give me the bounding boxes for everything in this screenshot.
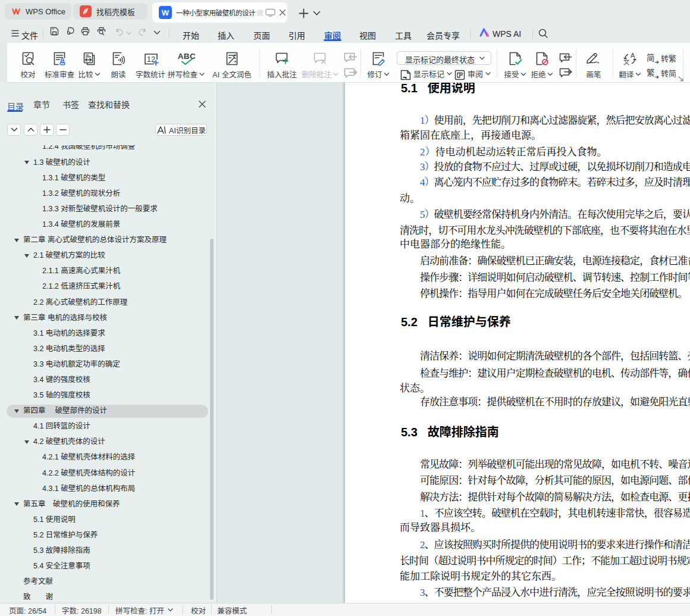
svg-text:繁: 繁 (647, 68, 655, 78)
svg-text:简: 简 (647, 53, 655, 63)
svg-text:12: 12 (147, 55, 155, 64)
svg-text:A: A (631, 52, 635, 59)
svg-text:W: W (162, 8, 170, 17)
svg-text:ABC: ABC (178, 52, 196, 61)
